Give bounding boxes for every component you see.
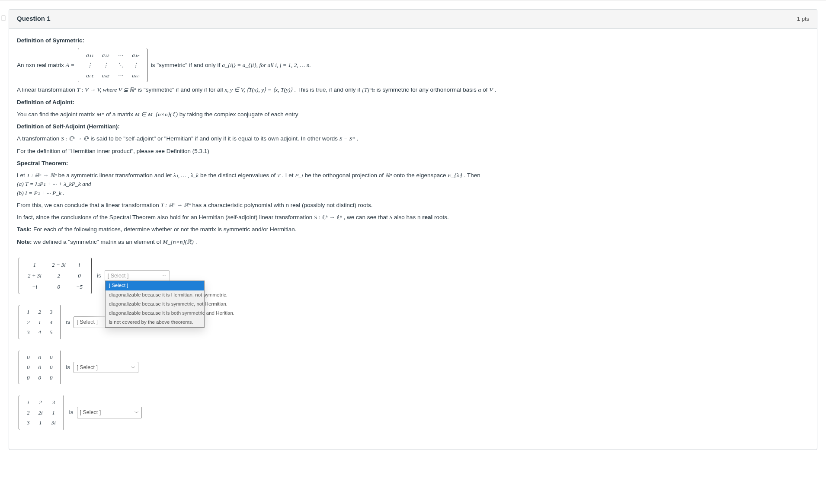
def-selfadjoint-heading: Definition of Self-Adjoint (Hermitian): [17,123,120,130]
in-fact: In fact, since the conclusions of the Sp… [17,213,809,222]
dropdown-option[interactable]: diagonalizable because it is symmetric, … [106,300,204,309]
question-card: Question 1 1 pts Definition of Symmetric… [9,9,817,450]
dropdown-option[interactable]: is not covered by the above theorems. [106,318,204,327]
is-label-4: is [69,408,74,417]
select-4-value: [ Select ] [80,408,101,417]
A-equals: A = [66,61,75,70]
spectral-a: (a) T = λ₁P₁ + ··· + λ_kP_k and [17,181,91,187]
def-adjoint-heading: Definition of Adjoint: [17,99,74,105]
svg-rect-0 [2,16,5,21]
spectral-b: (b) I = P₁ + ··· P_k . [17,190,64,196]
hermitian-ref: For the definition of "Hermitian inner p… [17,147,809,156]
select-1[interactable]: [ Select ] ﹀ [ Select ] diagonalizable b… [105,270,170,282]
dropdown-option[interactable]: [ Select ] [106,281,204,290]
question-points: 1 pts [797,15,809,23]
question-status-icon [0,13,8,23]
chevron-down-icon: ﹀ [134,409,139,416]
spectral-heading: Spectral Theorem: [17,160,68,166]
adjoint-text: You can find the adjoint matrix M* of a … [17,110,809,119]
select-1-value: [ Select ] [108,272,129,280]
question-body: Definition of Symmetric: An nxn real mat… [9,29,817,450]
is-label-2: is [66,318,70,326]
dropdown-option[interactable]: diagonalizable because it is Hermitian, … [106,290,204,300]
selfadjoint-text: A transformation S : ℂⁿ → ℂⁿ is said to … [17,134,809,143]
note-line: Note: we defined a "symmetric" matrix as… [17,238,809,246]
question-header: Question 1 1 pts [9,10,817,29]
answer-row-3: 000 000 000 is [ Select ] ﹀ [17,351,809,385]
matrix-A-definition: An nxn real matrix A = a₁₁a₁₂⋯a₁ₙ ⋮⋮⋱⋮ a… [17,48,809,83]
matrix-1: 12 − 3ii 2 + 3i20 −i0−5 [19,258,92,294]
answer-row-4: i23 22i1 313i is [ Select ] ﹀ [17,396,809,430]
generic-matrix-A: a₁₁a₁₂⋯a₁ₙ ⋮⋮⋱⋮ aₙ₁aₙ₂⋯aₙₙ [78,48,147,83]
aij-eq-aji: a_{ij} = a_{ji}, for all i, j = 1, 2, … … [222,61,311,70]
def-symmetric-heading: Definition of Symmetric: [17,37,84,44]
select-1-dropdown: [ Select ] diagonalizable because it is … [105,281,205,327]
answer-row-1: 12 − 3ii 2 + 3i20 −i0−5 is [ Select ] ﹀ … [17,258,809,294]
nxn-prefix: An nxn real matrix [17,61,64,70]
select-3-value: [ Select ] [77,364,98,372]
chevron-down-icon: ﹀ [131,364,135,371]
matrix-2: 123 214 345 [19,305,61,339]
dropdown-option[interactable]: diagonalizable because it is both symmet… [106,309,204,318]
spectral-statement: Let T : ℝⁿ → ℝⁿ be a symmetric linear tr… [17,171,809,198]
task-line: Task: For each of the following matrices… [17,225,809,234]
question-title: Question 1 [17,14,51,24]
matrix-4: i23 22i1 313i [19,396,64,430]
top-divider [0,0,826,0]
matrix-3: 000 000 000 [19,351,61,385]
select-3[interactable]: [ Select ] ﹀ [74,362,138,373]
select-4[interactable]: [ Select ] ﹀ [77,407,142,418]
is-label-3: is [66,363,70,372]
chevron-down-icon: ﹀ [162,273,166,279]
linear-transformation-def: A linear transformation T : V → V, where… [17,86,809,94]
symmetric-cond-text: is "symmetric" if and only if [151,61,220,70]
from-this: From this, we can conclude that a linear… [17,201,809,210]
select-2-value: [ Select ] [77,318,98,326]
is-label-1: is [97,271,101,280]
